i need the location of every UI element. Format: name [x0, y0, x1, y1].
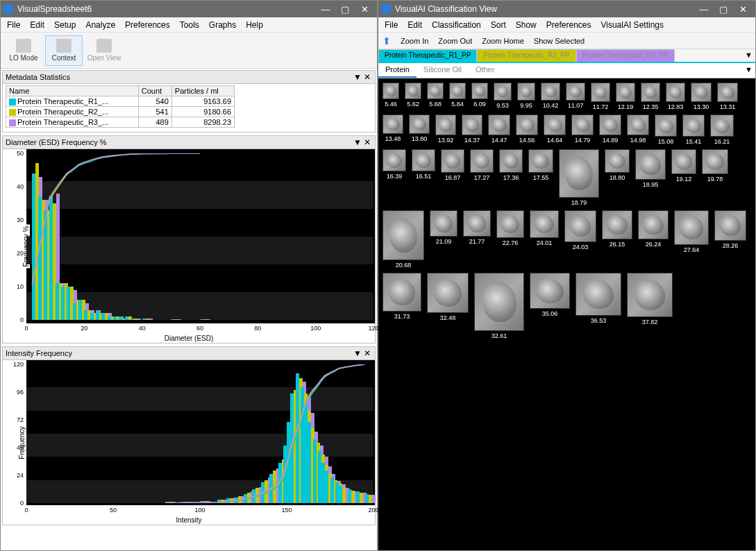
particle-thumb[interactable]: 24.01 [530, 210, 559, 246]
col-header[interactable]: Particles / ml [171, 86, 234, 96]
particle-thumb[interactable]: 17.55 [528, 149, 553, 181]
dropdown-icon[interactable]: ▼ [353, 348, 362, 358]
particle-thumb[interactable]: 19.78 [702, 149, 728, 183]
particle-thumb[interactable]: 24.03 [564, 210, 596, 251]
particle-thumb[interactable]: 17.27 [470, 149, 494, 181]
particle-thumb[interactable]: 10.42 [541, 83, 560, 109]
menu-graphs[interactable]: Graphs [204, 19, 241, 31]
table-row[interactable]: Protein Therapeutic_R3_...4898298.23 [6, 117, 235, 128]
particle-thumb[interactable]: 22.76 [496, 210, 524, 246]
particle-thumb[interactable]: 32.61 [474, 273, 524, 339]
particle-thumb[interactable]: 14.64 [544, 115, 566, 144]
dropdown-icon[interactable]: ▼ [353, 137, 362, 147]
class-tab-other[interactable]: Other [469, 63, 502, 78]
tool-zoom-out[interactable]: Zoom Out [438, 37, 472, 45]
close-icon[interactable]: ✕ [355, 2, 374, 16]
particle-thumb[interactable]: 9.95 [517, 83, 535, 109]
particle-thumb[interactable]: 16.39 [383, 149, 406, 180]
diameter-chart[interactable]: Frequency % Diameter (ESD) 0102030405002… [2, 149, 376, 344]
menu-file[interactable]: File [2, 19, 25, 31]
col-header[interactable]: Name [6, 86, 139, 96]
dropdown-icon[interactable]: ▼ [353, 72, 362, 82]
particle-thumb[interactable]: 5.46 [383, 83, 399, 108]
particle-thumb[interactable]: 11.07 [566, 83, 585, 109]
minimize-icon[interactable]: — [694, 2, 714, 16]
particle-thumb[interactable]: 35.06 [530, 273, 570, 317]
class-tab-silicone-oil[interactable]: Silicone Oil [417, 63, 469, 78]
file-tab[interactable]: Protein Therapeutic_R2_PP [477, 49, 576, 62]
close-icon[interactable]: ✕ [362, 348, 372, 358]
close-icon[interactable]: ✕ [362, 72, 372, 82]
particle-thumb[interactable]: 12.83 [666, 83, 685, 110]
menu-show[interactable]: Show [511, 19, 541, 31]
particle-thumb[interactable]: 13.80 [409, 115, 430, 142]
menu-tools[interactable]: Tools [175, 19, 204, 31]
particle-thumb[interactable]: 20.68 [383, 210, 424, 269]
particle-thumb[interactable]: 15.41 [682, 115, 705, 145]
particle-thumb[interactable]: 5.62 [405, 83, 421, 108]
particle-thumb[interactable]: 26.24 [638, 210, 669, 248]
particle-thumb[interactable]: 18.79 [559, 149, 599, 206]
particle-thumb[interactable]: 14.56 [516, 115, 538, 144]
maximize-icon[interactable]: ▢ [335, 2, 355, 16]
col-header[interactable]: Count [138, 86, 171, 96]
menu-sort[interactable]: Sort [486, 19, 511, 31]
particle-thumb[interactable]: 14.89 [599, 115, 621, 144]
dropdown-icon[interactable]: ▼ [745, 51, 753, 59]
particle-thumb[interactable]: 13.48 [383, 115, 403, 142]
table-row[interactable]: Protein Therapeutic_R1_...5409163.69 [6, 96, 235, 107]
particle-thumb[interactable]: 18.95 [635, 149, 666, 188]
file-tab[interactable]: Protein Therapeutic_R1_PP [378, 49, 477, 62]
tool-zoom-in[interactable]: Zoom In [401, 37, 428, 45]
particle-thumb[interactable]: 5.68 [427, 83, 444, 108]
menu-preferences[interactable]: Preferences [541, 19, 596, 31]
particle-thumb[interactable]: 16.51 [412, 149, 435, 180]
tool-context[interactable]: Context [45, 35, 83, 66]
particle-thumb[interactable]: 21.09 [430, 210, 457, 245]
particle-thumb[interactable]: 18.80 [605, 149, 630, 181]
tool-lo-mode[interactable]: LO Mode [5, 35, 42, 66]
particle-thumb[interactable]: 11.72 [591, 83, 610, 110]
menu-edit[interactable]: Edit [403, 19, 427, 31]
particle-thumb[interactable]: 36.53 [576, 273, 621, 324]
particle-thumb[interactable]: 27.64 [674, 210, 709, 253]
menu-help[interactable]: Help [241, 19, 268, 31]
menu-setup[interactable]: Setup [49, 19, 81, 31]
particle-thumb[interactable]: 9.53 [494, 83, 512, 109]
particle-thumb[interactable]: 12.35 [641, 83, 660, 110]
particle-thumb[interactable]: 21.77 [463, 210, 491, 245]
particle-thumb[interactable]: 5.84 [449, 83, 466, 108]
particle-thumb[interactable]: 15.08 [655, 115, 677, 145]
minimize-icon[interactable]: — [316, 2, 335, 16]
particle-thumb[interactable]: 16.87 [441, 149, 464, 181]
menu-analyze[interactable]: Analyze [81, 19, 120, 31]
menu-file[interactable]: File [380, 19, 403, 31]
menu-preferences[interactable]: Preferences [120, 19, 175, 31]
particle-thumb[interactable]: 16.21 [710, 115, 734, 145]
close-icon[interactable]: ✕ [362, 137, 372, 147]
particle-thumb[interactable]: 14.37 [462, 115, 482, 144]
particle-thumb[interactable]: 17.36 [499, 149, 523, 181]
particle-thumb[interactable]: 32.48 [427, 273, 469, 321]
close-icon[interactable]: ✕ [733, 2, 753, 16]
menu-classification[interactable]: Classification [427, 19, 486, 31]
intensity-chart[interactable]: Frequency Intensity 02448729612005010015… [2, 360, 376, 525]
particle-thumb[interactable]: 13.31 [717, 83, 738, 110]
tool-zoom-home[interactable]: Zoom Home [482, 37, 524, 45]
particle-thumb[interactable]: 13.92 [435, 115, 456, 144]
particle-thumb[interactable]: 14.79 [571, 115, 594, 144]
tool-show-selected[interactable]: Show Selected [534, 37, 585, 45]
particle-thumb[interactable]: 13.30 [691, 83, 712, 110]
menu-visualai-settings[interactable]: VisualAI Settings [596, 19, 669, 31]
particle-thumb[interactable]: 12.19 [616, 83, 635, 110]
dropdown-icon[interactable]: ▼ [745, 65, 753, 74]
home-icon[interactable]: ⬆ [383, 35, 391, 46]
particle-thumb[interactable]: 26.15 [602, 210, 632, 248]
particle-thumb[interactable]: 6.09 [471, 83, 488, 108]
file-tab[interactable]: Protein Therapeutic_R3_PP [576, 49, 675, 62]
particle-gallery[interactable]: 5.465.625.685.846.099.539.9510.4211.0711… [378, 78, 755, 550]
particle-thumb[interactable]: 14.98 [627, 115, 649, 144]
particle-thumb[interactable]: 31.73 [383, 273, 421, 320]
particle-thumb[interactable]: 19.12 [671, 149, 696, 183]
menu-edit[interactable]: Edit [25, 19, 49, 31]
